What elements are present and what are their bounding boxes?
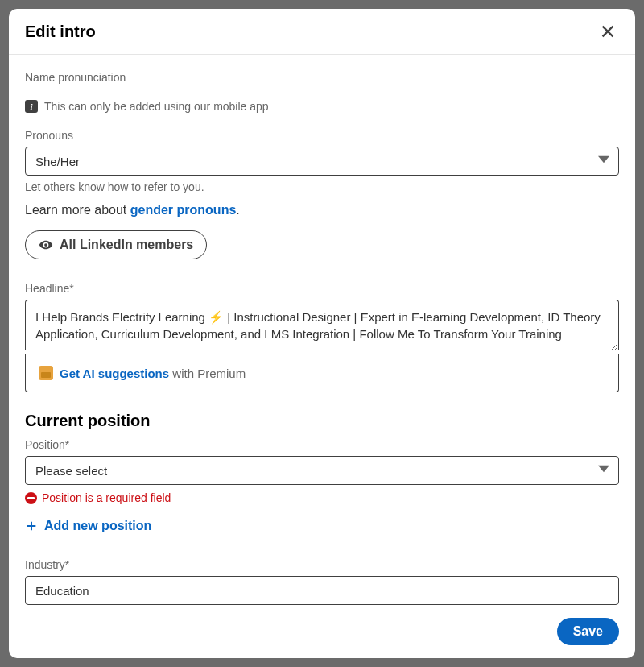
add-new-position-button[interactable]: Add new position <box>25 519 151 533</box>
ai-suggestions-rest: with Premium <box>169 367 246 380</box>
industry-input[interactable] <box>25 576 619 605</box>
position-error-text: Position is a required field <box>42 491 171 504</box>
modal-title: Edit intro <box>25 23 96 41</box>
name-pronunciation-info-text: This can only be added using our mobile … <box>44 100 269 113</box>
headline-label: Headline* <box>25 282 619 295</box>
close-button[interactable] <box>597 20 619 43</box>
headline-textarea[interactable] <box>25 300 619 350</box>
save-button[interactable]: Save <box>557 618 619 645</box>
pronouns-helper: Let others know how to refer to you. <box>25 180 619 193</box>
position-error: Position is a required field <box>25 491 619 504</box>
learn-more-prefix: Learn more about <box>25 203 130 217</box>
pronouns-select-wrap: She/Her <box>25 147 619 176</box>
position-select[interactable]: Please select <box>25 456 619 485</box>
name-pronunciation-label: Name pronunciation <box>25 71 619 84</box>
edit-intro-modal: Edit intro Name pronunciation i This can… <box>9 9 635 658</box>
plus-icon <box>25 520 38 532</box>
ai-suggestion-row[interactable]: Get AI suggestions with Premium <box>25 354 619 392</box>
pronouns-label: Pronouns <box>25 129 619 142</box>
industry-group: Industry* <box>25 558 619 605</box>
position-group: Position* Please select Position is a re… <box>25 438 619 536</box>
ai-suggestions-link[interactable]: Get AI suggestions <box>60 367 169 380</box>
pronouns-group: Pronouns She/Her Let others know how to … <box>25 129 619 259</box>
learn-more-suffix: . <box>236 203 239 217</box>
headline-group: Headline* Get AI suggestions with Premiu… <box>25 282 619 392</box>
position-select-wrap: Please select <box>25 456 619 485</box>
position-label: Position* <box>25 438 619 451</box>
industry-label: Industry* <box>25 558 619 571</box>
add-new-position-label: Add new position <box>44 519 151 533</box>
visibility-label: All LinkedIn members <box>60 238 193 252</box>
name-pronunciation-info: i This can only be added using our mobil… <box>25 100 619 113</box>
modal-header: Edit intro <box>9 9 635 55</box>
modal-footer: Save <box>9 608 635 658</box>
pronouns-learn-more: Learn more about gender pronouns. <box>25 203 619 218</box>
eye-icon <box>39 238 53 252</box>
name-pronunciation-group: Name pronunciation i This can only be ad… <box>25 71 619 113</box>
pronouns-select[interactable]: She/Her <box>25 147 619 176</box>
current-position-title: Current position <box>25 412 619 430</box>
premium-icon <box>39 366 53 380</box>
gender-pronouns-link[interactable]: gender pronouns <box>130 203 237 217</box>
info-icon: i <box>25 100 38 113</box>
error-icon <box>25 492 37 504</box>
visibility-button[interactable]: All LinkedIn members <box>25 230 207 259</box>
close-icon <box>599 23 617 40</box>
modal-body[interactable]: Name pronunciation i This can only be ad… <box>9 55 635 608</box>
